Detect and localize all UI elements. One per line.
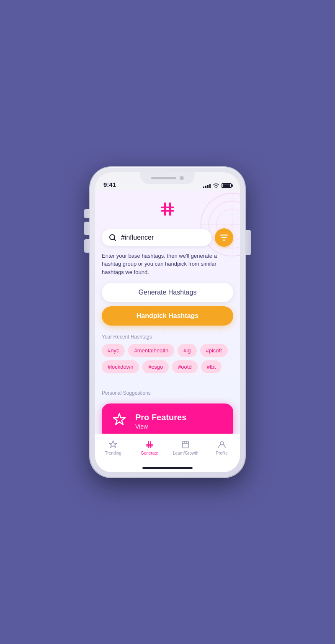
filter-button[interactable]: [215, 228, 233, 247]
status-time: 9:41: [103, 181, 116, 188]
filter-icon: [220, 234, 228, 241]
svg-rect-10: [169, 202, 171, 216]
hashtags-row-2: #lockdown #csgo #ootd #tbt: [95, 360, 240, 373]
svg-rect-15: [150, 441, 151, 448]
hashtag-chip-lockdown[interactable]: #lockdown: [102, 360, 139, 373]
volume-down-button: [84, 239, 90, 253]
profile-nav-label: Profile: [216, 451, 228, 455]
hashtag-chip-ig[interactable]: #ig: [178, 344, 196, 357]
status-icons: [203, 183, 232, 188]
search-area: #influencer: [95, 228, 240, 247]
svg-rect-13: [146, 445, 153, 447]
home-indicator: [95, 464, 240, 472]
nav-item-trending[interactable]: Trending: [95, 440, 131, 455]
star-icon: [110, 411, 129, 431]
search-box[interactable]: #influencer: [102, 229, 211, 246]
hashtag-chip-picoft[interactable]: #picoft: [200, 344, 228, 357]
app-logo: [157, 199, 178, 222]
generate-nav-icon: [144, 440, 155, 450]
search-icon: [108, 233, 117, 242]
phone-screen: 9:41: [95, 172, 240, 472]
signal-icon: [203, 183, 211, 188]
handpick-button[interactable]: Handpick Hashtags: [102, 306, 233, 326]
hashtag-chip-nyc[interactable]: #nyc: [102, 344, 125, 357]
notch-pill: [151, 177, 176, 179]
hashtag-chip-tbt[interactable]: #tbt: [201, 360, 222, 373]
hashtag-chip-ootd[interactable]: #ootd: [172, 360, 198, 373]
svg-rect-16: [183, 441, 188, 448]
svg-rect-9: [164, 202, 166, 216]
generate-button[interactable]: Generate Hashtags: [102, 283, 233, 302]
search-value: #influencer: [121, 234, 154, 241]
home-bar: [142, 467, 193, 469]
pro-title: Pro Features: [135, 413, 225, 422]
main-content: #influencer Enter your base hashtags, th…: [95, 191, 240, 434]
hashtag-chip-csgo[interactable]: #csgo: [142, 360, 169, 373]
trending-nav-icon: [108, 440, 118, 450]
pro-subtitle: View: [135, 423, 225, 430]
bottom-navigation: Trending Generate: [95, 434, 240, 464]
silent-switch: [84, 209, 90, 218]
personal-suggestions-section: Personal Suggestions Pro Features View: [95, 382, 240, 434]
svg-rect-12: [146, 444, 153, 445]
svg-rect-7: [161, 207, 174, 208]
pro-text-container: Pro Features View: [135, 413, 225, 430]
nav-item-generate[interactable]: Generate: [131, 440, 168, 455]
hashtags-row-1: #nyc #mentalhealth #ig #picoft: [95, 344, 240, 357]
app-header: [95, 191, 240, 228]
nav-item-profile[interactable]: Profile: [204, 440, 240, 455]
trending-nav-label: Trending: [105, 451, 121, 455]
hashtag-chip-mentalhealth[interactable]: #mentalhealth: [128, 344, 174, 357]
learn-nav-label: Learn/Growth: [173, 451, 198, 455]
battery-icon: [222, 183, 232, 188]
volume-up-button: [84, 222, 90, 235]
svg-rect-14: [148, 441, 149, 448]
power-button: [245, 230, 251, 255]
recent-hashtags-label: Your Recent Hashtags: [95, 326, 240, 344]
pro-features-card[interactable]: Pro Features View: [102, 403, 233, 434]
personal-suggestions-label: Personal Suggestions: [95, 382, 240, 400]
learn-nav-icon: [180, 440, 191, 450]
description-text: Enter your base hashtags, then we'll gen…: [95, 247, 240, 283]
notch: [140, 172, 195, 184]
action-buttons: Generate Hashtags Handpick Hashtags: [95, 283, 240, 326]
phone-frame: 9:41: [90, 167, 245, 477]
svg-rect-8: [161, 210, 174, 212]
wifi-icon: [213, 183, 219, 188]
front-camera: [180, 176, 184, 180]
nav-item-learn[interactable]: Learn/Growth: [168, 440, 204, 455]
profile-nav-icon: [217, 440, 227, 450]
generate-nav-label: Generate: [141, 451, 158, 455]
